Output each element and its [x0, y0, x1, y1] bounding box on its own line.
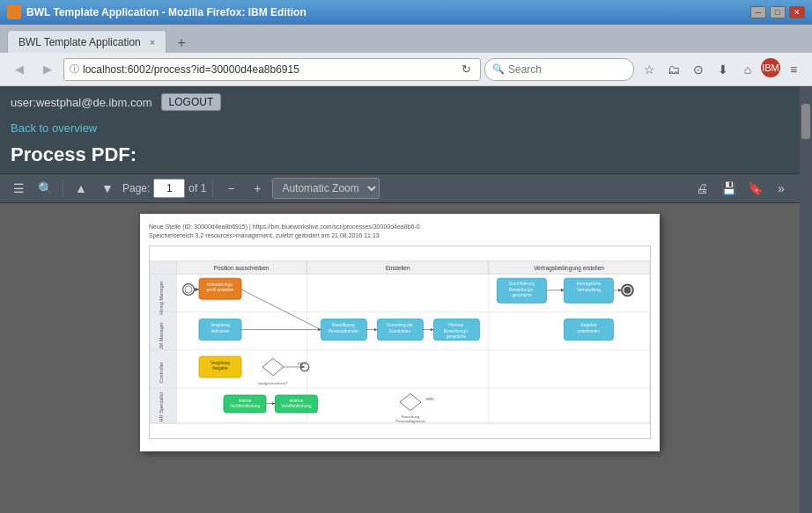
nav-bar: ◀ ▶ ⓘ ↻ 🔍 ☆ 🗂 ⊙ ⬇ ⌂ IBM ≡: [0, 53, 812, 86]
pdf-view: Neue Stelle (ID: 30000d4ea8b6915) | http…: [0, 203, 800, 513]
logout-button[interactable]: LOGOUT: [161, 93, 222, 111]
browser-nav-icons: ☆ 🗂 ⊙ ⬇ ⌂ IBM ≡: [638, 58, 805, 81]
pocket-icon[interactable]: ⊙: [687, 58, 710, 81]
main-area: user:westphal@de.ibm.com LOGOUT Back to …: [0, 86, 800, 513]
svg-text:Einstellen: Einstellen: [386, 264, 410, 270]
refresh-button[interactable]: ↻: [458, 62, 475, 76]
svg-text:Position ausschreiben: Position ausschreiben: [214, 264, 269, 270]
svg-text:Anforderungs-: Anforderungs-: [207, 282, 234, 287]
svg-text:Hiring Manager: Hiring Manager: [159, 281, 164, 314]
info-icon: ⓘ: [70, 62, 79, 76]
pdf-zoom-out-button[interactable]: −: [219, 177, 242, 200]
pdf-zoom-in-button[interactable]: +: [246, 177, 269, 200]
pdf-total-pages: of 1: [188, 182, 206, 194]
bookmarks-icon[interactable]: ☆: [638, 58, 661, 81]
tab-label: BWL Template Application: [18, 36, 141, 48]
maximize-button[interactable]: □: [770, 6, 786, 18]
address-bar[interactable]: ⓘ ↻: [63, 58, 481, 81]
tab-close-button[interactable]: ×: [150, 37, 155, 48]
pdf-sidebar-button[interactable]: ☰: [7, 177, 30, 200]
pdf-page-label: Page:: [122, 182, 150, 194]
forward-button[interactable]: ▶: [35, 58, 60, 81]
pdf-print-button[interactable]: 🖨: [690, 177, 713, 200]
svg-point-64: [624, 286, 631, 293]
ibm-icon[interactable]: IBM: [761, 58, 780, 77]
user-email: user:westphal@de.ibm.com: [11, 96, 152, 109]
svg-text:gespräche: gespräche: [447, 334, 467, 339]
pdf-bookmark-button[interactable]: 🔖: [743, 177, 766, 200]
download-icon[interactable]: ⬇: [712, 58, 734, 81]
pdf-header-text: Neue Stelle (ID: 30000d4ea8b6915) | http…: [149, 223, 651, 240]
close-button[interactable]: ✕: [789, 6, 805, 18]
svg-text:Personalagenturt: Personalagenturt: [395, 419, 425, 423]
svg-text:Vertragsbedingung erstellen: Vertragsbedingung erstellen: [534, 264, 604, 271]
scroll-thumb[interactable]: [801, 104, 810, 139]
svg-text:nein: nein: [426, 397, 434, 401]
pdf-download-button[interactable]: 💾: [717, 177, 740, 200]
svg-text:Durchführung: Durchführung: [509, 282, 535, 286]
pdf-more-button[interactable]: »: [770, 177, 793, 200]
svg-text:Veröffentlichung: Veröffentlichung: [281, 404, 312, 408]
svg-text:Bewerbungs-: Bewerbungs-: [444, 328, 469, 333]
menu-icon[interactable]: ≡: [782, 58, 805, 81]
svg-text:Streichung: Streichung: [402, 414, 421, 418]
svg-text:JM Manager: JM Manager: [159, 322, 164, 349]
svg-text:Honorar: Honorar: [448, 323, 464, 327]
back-to-overview-link[interactable]: Back to overview: [0, 118, 800, 138]
search-input[interactable]: [508, 63, 640, 76]
pdf-toolbar: ☰ 🔍 ▲ ▼ Page: of 1 − + Automatic Zoom 50…: [0, 173, 800, 203]
tab-bar: BWL Template Application × +: [0, 25, 812, 53]
page-title: Process PDF:: [0, 138, 800, 173]
pdf-next-page-button[interactable]: ▼: [96, 177, 119, 200]
svg-text:Verhandlung: Verhandlung: [577, 287, 601, 291]
svg-text:budget-konform?: budget-konform?: [258, 381, 288, 385]
pdf-page-input[interactable]: [153, 179, 185, 198]
svg-text:Bewerbungs-: Bewerbungs-: [509, 287, 535, 291]
svg-text:Personalberater: Personalberater: [328, 328, 359, 333]
svg-text:freigabe: freigabe: [212, 366, 228, 370]
svg-text:unterbreiten: unterbreiten: [578, 328, 601, 333]
new-tab-button[interactable]: +: [172, 33, 191, 53]
back-button[interactable]: ◀: [7, 58, 32, 81]
svg-text:interne: interne: [239, 399, 252, 403]
svg-text:HR Specialist: HR Specialist: [159, 392, 164, 421]
minimize-button[interactable]: ─: [750, 6, 766, 18]
svg-text:Controller: Controller: [159, 362, 164, 383]
pdf-right-icons: 🖨 💾 🔖 »: [690, 177, 793, 200]
svg-text:Veröffentlichung: Veröffentlichung: [230, 404, 261, 408]
page-content: user:westphal@de.ibm.com LOGOUT Back to …: [0, 86, 812, 513]
pdf-prev-page-button[interactable]: ▲: [70, 177, 92, 200]
svg-text:Beauftigung: Beauftigung: [332, 323, 355, 327]
browser-tab[interactable]: BWL Template Application ×: [7, 30, 166, 53]
pdf-page: Neue Stelle (ID: 30000d4ea8b6915) | http…: [140, 214, 660, 451]
window-title: BWL Template Application - Mozilla Firef…: [26, 6, 745, 18]
user-bar: user:westphal@de.ibm.com LOGOUT: [0, 86, 800, 118]
svg-text:externe: externe: [289, 399, 303, 403]
svg-text:Vergütung: Vergütung: [210, 360, 230, 364]
svg-text:Vertragsliche: Vertragsliche: [577, 282, 602, 286]
svg-text:Angebot: Angebot: [580, 323, 597, 327]
bpmn-diagram: Position ausschreiben Einstellen Vertrag…: [149, 246, 651, 439]
pdf-separator-1: [63, 180, 63, 197]
pdf-search-button[interactable]: 🔍: [33, 177, 56, 200]
svg-text:Screening der: Screening der: [387, 323, 413, 327]
search-icon: 🔍: [492, 63, 505, 75]
svg-text:profil anstellen: profil anstellen: [207, 288, 234, 292]
scrollbar[interactable]: [800, 86, 812, 513]
firefox-icon: [7, 5, 21, 19]
pdf-zoom-select[interactable]: Automatic Zoom 50% 75% 100% 125% 150% 20…: [272, 178, 380, 199]
svg-text:Kandidaten: Kandidaten: [389, 328, 411, 333]
url-input[interactable]: [83, 63, 454, 76]
svg-text:definieren: definieren: [210, 328, 229, 333]
window-controls[interactable]: ─ □ ✕: [750, 6, 805, 18]
home-icon[interactable]: ⌂: [736, 58, 759, 81]
svg-text:Vergütung: Vergütung: [210, 323, 230, 327]
svg-text:gespräche: gespräche: [512, 293, 532, 297]
library-icon[interactable]: 🗂: [662, 58, 685, 81]
title-bar: BWL Template Application - Mozilla Firef…: [0, 0, 812, 25]
search-bar[interactable]: 🔍: [484, 58, 634, 81]
pdf-separator-2: [212, 180, 213, 197]
